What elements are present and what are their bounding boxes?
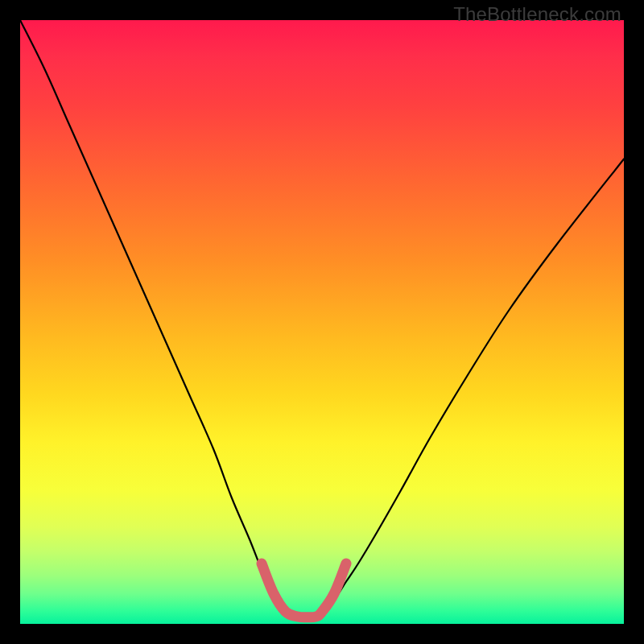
bottom-highlight [262,564,346,617]
chart-frame: TheBottleneck.com [0,0,644,644]
curve-layer [20,20,624,624]
left-curve [20,20,286,612]
plot-area [20,20,624,624]
right-curve [322,159,624,613]
